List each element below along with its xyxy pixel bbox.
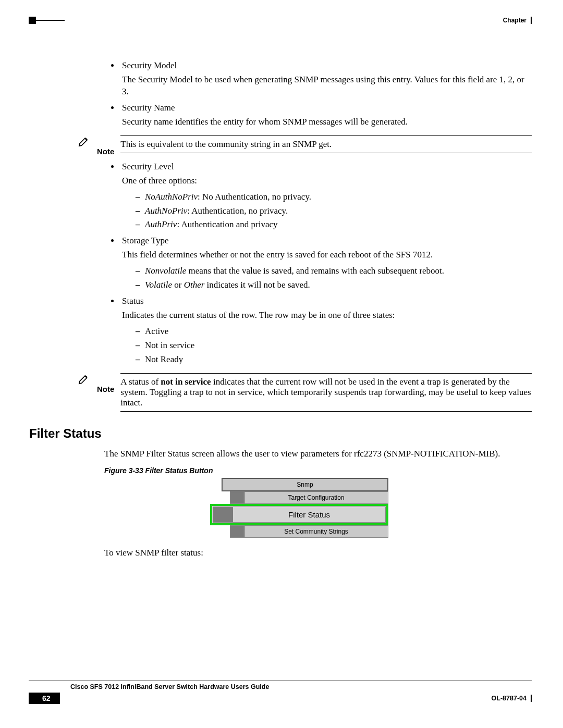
menu-label: Filter Status	[233, 507, 385, 522]
menu-label: Snmp	[223, 479, 387, 490]
description: Indicates the current status of the row.…	[122, 310, 532, 322]
menu-target-configuration[interactable]: Target Configuration	[230, 491, 388, 504]
sublist: NoAuthNoPriv: No Authentication, no priv…	[122, 191, 532, 231]
bullet-status: Status Indicates the current status of t…	[120, 295, 532, 366]
bold-term: not in service	[161, 377, 211, 387]
rule	[120, 135, 532, 136]
footer-bar-icon	[531, 695, 532, 702]
opt-nonvolatile: Nonvolatile means that the value is save…	[136, 265, 532, 277]
pre: A status of	[120, 377, 161, 387]
side-handle	[230, 492, 244, 503]
rest: indicates it will not be saved.	[204, 280, 310, 290]
pencil-icon	[78, 135, 91, 147]
rest: : No Authentication, no privacy.	[198, 192, 311, 202]
mid: or	[172, 280, 184, 290]
label: Storage Type	[122, 236, 169, 245]
page-header: Chapter	[29, 17, 532, 24]
rest: : Authentication and privacy	[177, 219, 277, 229]
label: Security Model	[122, 60, 177, 70]
menu-filter-status-highlighted[interactable]: Filter Status	[210, 504, 388, 525]
note-2: Note A status of not in service indicate…	[78, 373, 532, 414]
page-footer: Cisco SFS 7012 InfiniBand Server Switch …	[29, 681, 532, 704]
opt-authnopriv: AuthNoPriv: Authentication, no privacy.	[136, 205, 532, 217]
footer-doc-id: OL-8787-04	[492, 695, 532, 702]
side-handle	[213, 507, 233, 522]
note-text: A status of not in service indicates tha…	[120, 376, 532, 408]
label: Security Level	[122, 162, 174, 171]
chapter-text: Chapter	[503, 17, 527, 24]
closing-paragraph: To view SNMP filter status:	[104, 547, 532, 559]
page-number-badge: 62	[29, 693, 60, 704]
note-text: This is equivalent to the community stri…	[120, 138, 532, 150]
footer-guide-title: Cisco SFS 7012 InfiniBand Server Switch …	[70, 683, 532, 690]
opt-authpriv: AuthPriv: Authentication and privacy	[136, 219, 532, 231]
sublist: Active Not in service Not Ready	[122, 326, 532, 366]
term1: Volatile	[145, 280, 172, 290]
opt-not-ready: Not Ready	[136, 354, 532, 366]
figure-filter-status-button: Snmp Target Configuration Filter Status …	[222, 478, 388, 538]
rule	[120, 373, 532, 374]
description: This field determines whether or not the…	[122, 249, 532, 261]
label: Security Name	[122, 103, 175, 113]
bullet-list-2: Security Level One of three options: NoA…	[78, 161, 532, 366]
note-label: Note	[97, 373, 114, 393]
side-handle	[230, 526, 244, 537]
bullet-security-level: Security Level One of three options: NoA…	[120, 161, 532, 231]
section-paragraph: The SNMP Filter Status screen allows the…	[104, 448, 532, 460]
opt-volatile: Volatile or Other indicates it will not …	[136, 279, 532, 291]
section-heading-filter-status: Filter Status	[29, 426, 532, 441]
header-bar-icon	[531, 17, 532, 24]
note-label: Note	[97, 135, 114, 156]
menu-set-community-strings[interactable]: Set Community Strings	[230, 525, 388, 538]
figure-caption: Figure 3-33 Filter Status Button	[104, 466, 532, 475]
doc-id-text: OL-8787-04	[492, 695, 527, 702]
rule	[120, 411, 532, 412]
label: Status	[122, 296, 144, 306]
chapter-label: Chapter	[503, 17, 532, 24]
bullet-list-1: Security Model The Security Model to be …	[78, 60, 532, 128]
rest: : Authentication, no privacy.	[187, 206, 288, 216]
rule	[120, 153, 532, 153]
pencil-icon	[78, 373, 91, 385]
corner-decor	[29, 17, 36, 24]
menu-label: Target Configuration	[244, 492, 388, 503]
bullet-security-model: Security Model The Security Model to be …	[120, 60, 532, 98]
menu-label: Set Community Strings	[244, 526, 388, 537]
intro: One of three options:	[122, 175, 532, 187]
description: Security name identifies the entity for …	[122, 116, 532, 128]
menu-snmp[interactable]: Snmp	[222, 478, 388, 491]
term2: Other	[184, 280, 205, 290]
rest: means that the value is saved, and remai…	[186, 266, 444, 276]
note-1: Note This is equivalent to the community…	[78, 135, 532, 156]
opt-not-in-service: Not in service	[136, 340, 532, 352]
term: NoAuthNoPriv	[145, 192, 198, 202]
bullet-storage-type: Storage Type This field determines wheth…	[120, 235, 532, 291]
bullet-security-name: Security Name Security name identifies t…	[120, 102, 532, 128]
description: The Security Model to be used when gener…	[122, 74, 532, 98]
opt-noauthnopriv: NoAuthNoPriv: No Authentication, no priv…	[136, 191, 532, 203]
opt-active: Active	[136, 326, 532, 338]
sublist: Nonvolatile means that the value is save…	[122, 265, 532, 291]
term: AuthNoPriv	[145, 206, 187, 216]
term: AuthPriv	[145, 219, 177, 229]
term: Nonvolatile	[145, 266, 186, 276]
